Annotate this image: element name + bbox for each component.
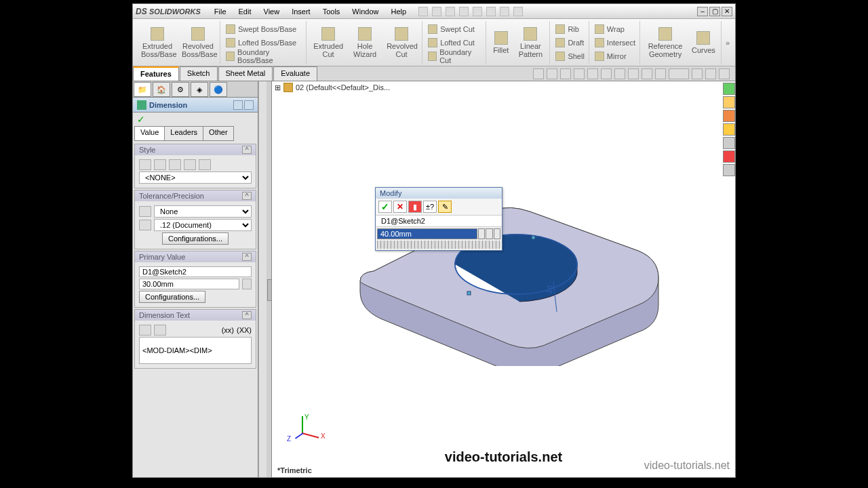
tolerance-type-select[interactable]: None bbox=[154, 205, 252, 218]
view-orientation-icon[interactable] bbox=[587, 68, 598, 79]
search-icon[interactable] bbox=[418, 7, 428, 16]
style-btn2-icon[interactable] bbox=[154, 159, 166, 170]
tab-sheet-metal[interactable]: Sheet Metal bbox=[218, 66, 273, 81]
style-btn3-icon[interactable] bbox=[169, 159, 181, 170]
ok-icon[interactable]: ✓ bbox=[137, 114, 145, 125]
fillet-button[interactable]: Fillet bbox=[489, 30, 513, 56]
modify-cancel-button[interactable]: ✕ bbox=[393, 201, 407, 213]
feature-tree-tab-icon[interactable]: 📁 bbox=[134, 82, 151, 97]
property-tab-icon[interactable]: 🏠 bbox=[153, 82, 170, 97]
panel-help-icon[interactable] bbox=[244, 100, 254, 110]
extruded-boss-button[interactable]: Extruded Boss/Base bbox=[137, 26, 178, 60]
menu-file[interactable]: File bbox=[209, 6, 232, 17]
modify-spinner-icon[interactable] bbox=[494, 228, 500, 239]
style-select[interactable]: <NONE> bbox=[139, 171, 252, 184]
boundary-boss-button[interactable]: Boundary Boss/Base bbox=[223, 49, 304, 63]
modify-reverse-icon[interactable]: ±? bbox=[423, 201, 437, 213]
subtab-value[interactable]: Value bbox=[134, 126, 165, 141]
open-icon[interactable] bbox=[446, 7, 455, 16]
ribbon-expand-icon[interactable]: » bbox=[723, 36, 732, 49]
forum-tab-icon[interactable] bbox=[723, 164, 735, 176]
modify-ok-button[interactable]: ✓ bbox=[378, 201, 392, 213]
curves-button[interactable]: Curves bbox=[688, 30, 719, 56]
collapse-icon[interactable]: ^ bbox=[242, 311, 252, 319]
design-library-tab-icon[interactable] bbox=[723, 96, 735, 108]
new-icon[interactable] bbox=[432, 7, 441, 16]
collapse-icon[interactable]: ^ bbox=[242, 146, 252, 154]
edit-appearance-icon[interactable] bbox=[628, 68, 639, 79]
section-view-icon[interactable] bbox=[574, 68, 585, 79]
swept-cut-button[interactable]: Swept Cut bbox=[425, 22, 484, 36]
maximize-button[interactable]: ▢ bbox=[709, 7, 720, 16]
display-style-icon[interactable] bbox=[601, 68, 612, 79]
modify-units-icon[interactable] bbox=[478, 228, 485, 239]
modify-rebuild-icon[interactable]: ▮ bbox=[408, 201, 422, 213]
undo-icon[interactable] bbox=[486, 7, 496, 16]
revolved-boss-button[interactable]: Revolved Boss/Base bbox=[178, 26, 218, 60]
close-button[interactable]: ✕ bbox=[722, 7, 732, 16]
style-btn5-icon[interactable] bbox=[199, 159, 211, 170]
print-icon[interactable] bbox=[473, 7, 482, 16]
wrap-button[interactable]: Wrap bbox=[592, 22, 638, 36]
shell-button[interactable]: Shell bbox=[553, 49, 587, 63]
swept-boss-button[interactable]: Swept Boss/Base bbox=[223, 22, 304, 36]
style-btn4-icon[interactable] bbox=[184, 159, 196, 170]
primary-name-input[interactable] bbox=[139, 266, 252, 277]
view-settings-icon[interactable] bbox=[655, 68, 666, 79]
lofted-cut-button[interactable]: Lofted Cut bbox=[425, 36, 484, 49]
hole-wizard-button[interactable]: Hole Wizard bbox=[347, 26, 382, 60]
primary-value-input[interactable] bbox=[139, 279, 239, 289]
rib-button[interactable]: Rib bbox=[553, 22, 587, 36]
menu-window[interactable]: Window bbox=[347, 6, 384, 17]
extruded-cut-button[interactable]: Extruded Cut bbox=[309, 26, 347, 60]
viewport[interactable]: ⊞ 02 (Default<<Default>_Dis... 10 Modify… bbox=[272, 81, 735, 477]
rebuild-icon[interactable] bbox=[500, 7, 509, 16]
file-explorer-tab-icon[interactable] bbox=[723, 110, 735, 122]
dimtext-xx1[interactable]: (xx) bbox=[222, 326, 234, 334]
subtab-leaders[interactable]: Leaders bbox=[164, 126, 203, 141]
appearances-tab-icon[interactable] bbox=[723, 137, 735, 149]
zoom-area-icon[interactable] bbox=[547, 68, 557, 79]
display-tab-icon[interactable]: 🔵 bbox=[210, 82, 227, 97]
config-tab-icon[interactable]: ⚙ bbox=[172, 82, 189, 97]
panel-scrollbar[interactable] bbox=[258, 81, 267, 477]
dimxpert-tab-icon[interactable]: ◈ bbox=[191, 82, 208, 97]
menu-edit[interactable]: Edit bbox=[233, 6, 257, 17]
modify-thumbwheel[interactable] bbox=[377, 241, 500, 249]
intersect-button[interactable]: Intersect bbox=[592, 36, 638, 49]
collapse-icon[interactable]: ^ bbox=[242, 253, 252, 261]
options-icon[interactable] bbox=[513, 7, 523, 16]
dimtext-xx2[interactable]: (XX) bbox=[237, 326, 252, 334]
linear-pattern-button[interactable]: Linear Pattern bbox=[513, 26, 548, 60]
modify-thumbwheel-icon[interactable]: ✎ bbox=[438, 201, 452, 213]
collapse-icon[interactable]: ^ bbox=[242, 192, 252, 200]
save-icon[interactable] bbox=[459, 7, 469, 16]
reference-geometry-button[interactable]: Reference Geometry bbox=[643, 26, 688, 60]
modify-value-input[interactable] bbox=[377, 228, 477, 239]
dimtext-left-icon[interactable] bbox=[139, 325, 151, 336]
boundary-cut-button[interactable]: Boundary Cut bbox=[425, 49, 484, 63]
subtab-other[interactable]: Other bbox=[203, 126, 234, 141]
custom-props-tab-icon[interactable] bbox=[723, 150, 735, 163]
revolved-cut-button[interactable]: Revolved Cut bbox=[382, 26, 420, 60]
dimtext-center-icon[interactable] bbox=[154, 325, 166, 336]
menu-insert[interactable]: Insert bbox=[286, 6, 316, 17]
tolerance-config-button[interactable]: Configurations... bbox=[162, 232, 229, 245]
menu-tools[interactable]: Tools bbox=[317, 6, 346, 17]
hide-show-icon[interactable] bbox=[614, 68, 625, 79]
resources-tab-icon[interactable] bbox=[723, 83, 735, 95]
modify-dropdown-icon[interactable] bbox=[486, 228, 492, 239]
view-palette-tab-icon[interactable] bbox=[723, 123, 735, 136]
lofted-boss-button[interactable]: Lofted Boss/Base bbox=[223, 36, 304, 49]
doc-min-icon[interactable] bbox=[692, 68, 703, 79]
splitter[interactable] bbox=[267, 81, 272, 477]
dimtext-input[interactable] bbox=[139, 337, 252, 364]
tree-expand-icon[interactable]: ⊞ bbox=[275, 83, 281, 92]
draft-button[interactable]: Draft bbox=[553, 36, 587, 49]
breadcrumb[interactable]: ⊞ 02 (Default<<Default>_Dis... bbox=[275, 83, 390, 92]
tab-features[interactable]: Features bbox=[133, 66, 179, 81]
precision-select[interactable]: .12 (Document) bbox=[154, 219, 252, 231]
doc-close-icon[interactable] bbox=[719, 68, 730, 79]
tab-evaluate[interactable]: Evaluate bbox=[273, 66, 317, 81]
previous-view-icon[interactable] bbox=[560, 68, 571, 79]
